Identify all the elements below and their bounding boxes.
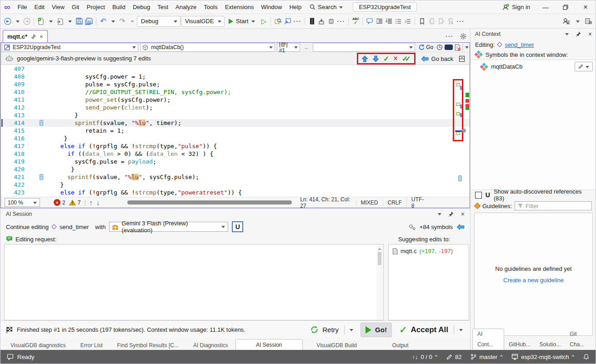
edit-marker-square[interactable] <box>456 132 460 135</box>
editing-symbol-link[interactable]: send_timer <box>505 41 534 48</box>
text-editor-overflow-button[interactable]: ··· <box>456 16 466 27</box>
new-file-dropdown[interactable] <box>46 16 55 27</box>
repository-button[interactable]: esp32-mqtt-switch ^ <box>511 354 574 360</box>
pin-icon[interactable] <box>31 34 36 39</box>
menu-edit[interactable]: Edit <box>31 0 48 14</box>
menu-extensions[interactable]: Extensions <box>221 0 258 14</box>
guidelines-filter-input[interactable]: Filter <box>515 201 592 210</box>
quick-find-combo[interactable] <box>313 43 415 52</box>
edit-marker-glyph[interactable] <box>40 174 43 180</box>
close-panel-icon[interactable]: × <box>461 210 465 218</box>
edit-marker-square[interactable] <box>456 103 460 106</box>
sign-in-button[interactable]: Sign in <box>496 4 536 11</box>
embedded-memory-button[interactable] <box>307 16 316 27</box>
feedback-dropdown[interactable] <box>573 16 582 27</box>
accept-all-button[interactable]: ✓ Accept All <box>395 323 467 337</box>
code-line[interactable]: 417 else if (!grpflg && !strcmp(type,"pu… <box>1 142 470 150</box>
scroll-up-icon[interactable]: ↑ <box>90 199 93 206</box>
undo-button[interactable]: ↶ <box>99 16 108 27</box>
menu-debug[interactable]: Debug <box>129 0 154 14</box>
next-edit-arrow-icon[interactable] <box>372 55 379 62</box>
go-button-session[interactable]: Go! <box>361 323 392 337</box>
references-checkbox[interactable] <box>475 192 482 199</box>
redo-dropdown[interactable] <box>127 16 136 27</box>
code-line[interactable]: 419 sysCfg.pulse = payload; <box>1 158 470 165</box>
edit-marker-glyph[interactable] <box>458 175 462 181</box>
find-in-files-button[interactable] <box>273 16 282 27</box>
navigate-back-button[interactable] <box>3 16 12 27</box>
tab-git-changes[interactable]: Git Cha... <box>565 329 596 350</box>
save-all-button[interactable] <box>84 16 94 27</box>
attach-to-process-button[interactable] <box>283 16 292 27</box>
accept-all-edits-icon[interactable]: ✓✓ <box>402 55 411 63</box>
editing-request-input[interactable] <box>4 244 384 320</box>
file-row-mqtt-c[interactable]: mqtt.c (+197, -197) <box>389 246 469 256</box>
code-line[interactable]: 420 } <box>1 165 470 173</box>
collapse-arrow-icon[interactable] <box>456 224 465 230</box>
maximize-button[interactable] <box>556 0 576 14</box>
solution-platform-dropdown[interactable]: VisualGDE <box>181 16 225 27</box>
warning-count-badge[interactable]: 7 <box>69 199 81 206</box>
navigate-forward-button[interactable] <box>22 16 31 27</box>
function-dropdown[interactable]: mqttDataCb() <box>140 43 275 52</box>
next-bookmark-button[interactable] <box>436 16 446 27</box>
close-tab-icon[interactable]: × <box>40 33 43 40</box>
horizontal-scrollbar[interactable] <box>127 200 292 204</box>
branch-button[interactable]: master ^ <box>471 354 502 360</box>
document-actions-dropdown[interactable] <box>465 46 469 50</box>
code-line[interactable]: 415 retain = 1; <box>1 127 470 135</box>
tab-visualgdb-build[interactable]: VisualGDB Build <box>303 340 371 351</box>
symbol-row-mqttdatacb[interactable]: mqttDataCb <box>471 60 596 73</box>
tab-find-symbol-results[interactable]: Find Symbol Results [C... <box>110 340 186 351</box>
toolbar-overflow-button[interactable]: ··· <box>292 16 302 27</box>
menu-file[interactable]: File <box>14 0 31 14</box>
menu-test[interactable]: Test <box>154 0 172 14</box>
menu-tools[interactable]: Tools <box>200 0 221 14</box>
format-indent-button[interactable] <box>375 16 384 27</box>
tab-solution-explorer[interactable]: Solutio... <box>535 339 566 350</box>
edit-marker-square[interactable] <box>456 112 460 115</box>
feedback-button[interactable] <box>562 16 571 27</box>
previous-edit-arrow-icon[interactable] <box>361 55 368 62</box>
menu-project[interactable]: Project <box>83 0 108 14</box>
create-guideline-link[interactable]: Create a new guideline <box>503 277 564 284</box>
tab-visualgdb-diagnostics[interactable]: VisualGDB diagnostics <box>3 340 73 351</box>
edit-marker-square[interactable] <box>456 83 460 86</box>
menu-view[interactable]: View <box>48 0 68 14</box>
close-button[interactable]: × <box>576 0 596 14</box>
edit-symbol-button[interactable] <box>575 62 593 71</box>
tab-error-list[interactable]: Error List <box>73 340 110 351</box>
gear-icon[interactable] <box>460 33 466 40</box>
code-line[interactable]: 416 } <box>1 135 470 142</box>
document-error-icon[interactable] <box>455 44 461 51</box>
tab-github[interactable]: GitHub... <box>504 339 535 350</box>
menu-analyze[interactable]: Analyze <box>172 0 200 14</box>
pending-changes-button[interactable]: 82 <box>446 354 461 360</box>
menu-git[interactable]: Git <box>68 0 83 14</box>
code-editor[interactable]: 407408 sysCfg.power = 1;409 pulse = sysC… <box>1 65 470 197</box>
panel-menu-icon[interactable] <box>565 33 569 37</box>
model-provider-button[interactable]: U <box>232 221 243 232</box>
panel-menu-icon[interactable] <box>438 213 441 217</box>
dark-badge-icon[interactable] <box>445 45 453 50</box>
tab-overflow-button[interactable]: ··· <box>446 33 454 40</box>
indent-mode-label[interactable]: MIXED <box>356 199 383 206</box>
outline-expand-button[interactable]: 2 <box>403 16 412 27</box>
preview-features-button[interactable] <box>584 16 593 27</box>
symbols-count-label[interactable]: +84 symbols <box>420 224 453 230</box>
minimize-button[interactable]: — <box>536 0 556 14</box>
open-file-dropdown[interactable] <box>65 16 74 27</box>
bookmark-position-dropdown[interactable]: [@] #1 <box>277 43 301 52</box>
error-count-badge[interactable]: × 2 <box>54 199 65 206</box>
tab-ai-diagnostics[interactable]: AI Diagnostics <box>186 340 235 351</box>
go-back-button[interactable]: Go back <box>421 55 453 62</box>
code-line[interactable]: 423 else if (!grpflg && !strcmp(type,"po… <box>1 189 470 196</box>
code-line[interactable]: 421 sprintf(svalue, "%lu", sysCfg.pulse)… <box>1 173 470 181</box>
code-line[interactable]: 413 } <box>1 111 470 119</box>
code-line[interactable]: 410 //GPIO_OUTPUT_SET(REL_PIN, sysCfg.po… <box>1 88 470 96</box>
zoom-dropdown[interactable]: 100 % <box>5 198 40 207</box>
menu-window[interactable]: Window <box>257 0 285 14</box>
format-document-button[interactable] <box>384 16 393 27</box>
code-line[interactable]: 409 pulse = sysCfg.pulse; <box>1 80 470 88</box>
toggle-comment-button[interactable] <box>365 16 374 27</box>
